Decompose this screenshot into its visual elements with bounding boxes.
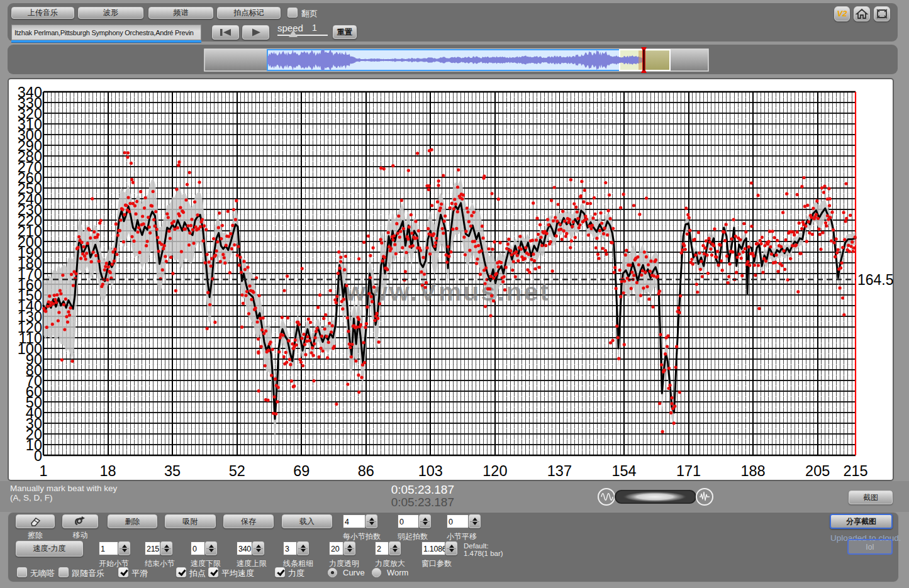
svg-text:340: 340 — [18, 84, 42, 101]
svg-text:215: 215 — [843, 463, 867, 479]
svg-text:www.Vmus.net: www.Vmus.net — [345, 277, 550, 306]
svg-text:69: 69 — [293, 463, 310, 479]
svg-text:18: 18 — [100, 463, 116, 479]
svg-text:86: 86 — [358, 463, 374, 479]
svg-text:52: 52 — [229, 463, 245, 479]
svg-text:120: 120 — [482, 463, 507, 479]
svg-text:171: 171 — [676, 463, 701, 479]
svg-text:188: 188 — [740, 463, 765, 479]
svg-text:35: 35 — [164, 463, 181, 479]
svg-text:103: 103 — [418, 463, 443, 479]
svg-text:1: 1 — [39, 463, 47, 479]
svg-text:164.5: 164.5 — [857, 272, 894, 288]
svg-text:154: 154 — [611, 463, 636, 479]
svg-text:205: 205 — [805, 463, 830, 479]
svg-text:137: 137 — [547, 463, 572, 479]
